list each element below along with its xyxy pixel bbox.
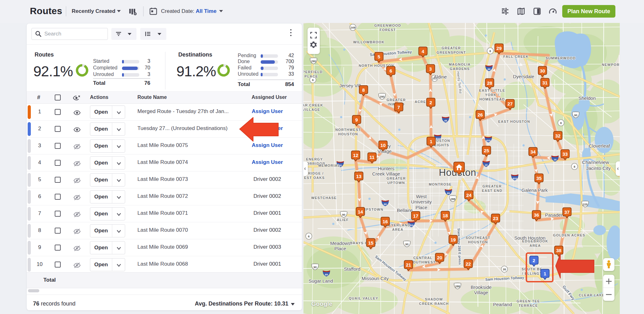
svg-text:17: 17 (413, 213, 419, 219)
svg-text:13: 13 (356, 174, 362, 179)
svg-text:26: 26 (478, 112, 483, 117)
svg-text:20: 20 (437, 255, 442, 260)
svg-text:4: 4 (422, 49, 425, 54)
svg-text:31: 31 (542, 80, 548, 85)
svg-text:5: 5 (378, 54, 380, 59)
svg-text:1: 1 (544, 271, 546, 276)
svg-text:6: 6 (390, 68, 392, 73)
svg-text:24: 24 (466, 192, 472, 198)
svg-text:9: 9 (355, 117, 358, 122)
svg-text:21: 21 (406, 262, 411, 268)
svg-text:36: 36 (534, 212, 539, 218)
svg-text:32: 32 (555, 133, 561, 138)
svg-text:23: 23 (493, 216, 498, 221)
svg-text:1: 1 (430, 139, 432, 144)
svg-text:22: 22 (466, 261, 471, 267)
svg-text:3: 3 (429, 66, 432, 72)
svg-text:30: 30 (540, 68, 545, 73)
svg-text:27: 27 (508, 101, 513, 106)
svg-text:25: 25 (484, 148, 489, 153)
svg-text:29: 29 (497, 46, 502, 51)
svg-text:2: 2 (430, 100, 432, 105)
svg-text:12: 12 (353, 153, 358, 158)
svg-text:18: 18 (443, 213, 448, 218)
svg-text:14: 14 (358, 209, 363, 214)
svg-text:33: 33 (563, 151, 568, 157)
svg-text:15: 15 (368, 240, 374, 246)
svg-text:2: 2 (533, 258, 535, 263)
svg-text:7: 7 (397, 105, 400, 110)
svg-text:8: 8 (362, 87, 365, 93)
svg-text:35: 35 (536, 176, 542, 181)
svg-text:19: 19 (451, 237, 456, 242)
svg-text:10: 10 (380, 143, 386, 148)
svg-text:34: 34 (530, 149, 536, 154)
svg-text:37: 37 (564, 209, 570, 215)
svg-text:11: 11 (369, 154, 375, 160)
svg-text:28: 28 (487, 80, 492, 86)
svg-text:38: 38 (556, 248, 562, 253)
svg-text:16: 16 (383, 219, 388, 224)
